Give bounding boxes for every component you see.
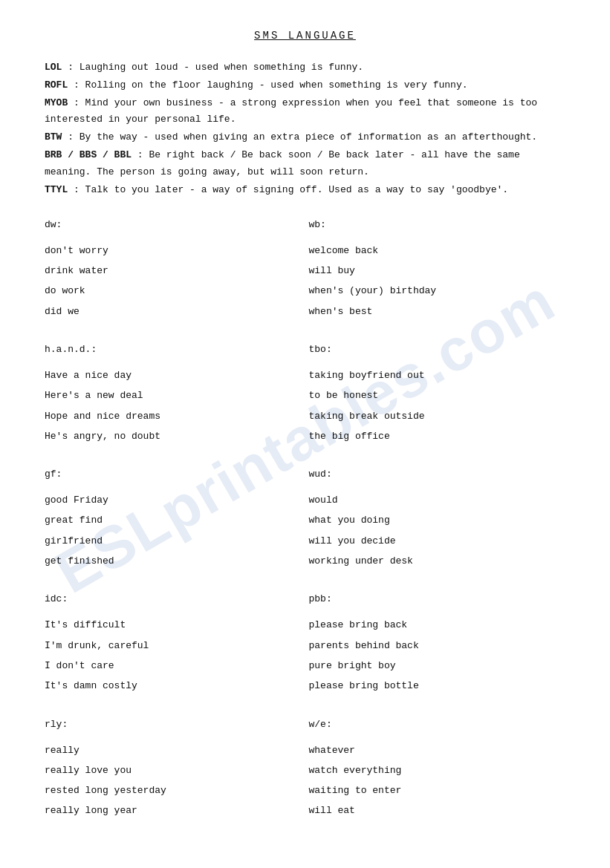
quiz-option-item: when's (your) birthday: [309, 281, 566, 301]
quiz-col-left: gf:good Fridaygreat findgirlfriendget fi…: [45, 469, 302, 571]
quiz-option-item: working under desk: [309, 551, 566, 571]
quiz-option-item: Hope and nice dreams: [45, 406, 302, 426]
quiz-option-item: really long year: [45, 800, 302, 820]
quiz-col-left: idc:It's difficultI'm drunk, carefulI do…: [45, 593, 302, 696]
quiz-abbreviation-label: rly:: [45, 719, 302, 730]
quiz-option-item: what you doing: [309, 510, 566, 530]
quiz-row: rly:reallyreally love yourested long yes…: [45, 719, 565, 821]
quiz-option-item: don't worry: [45, 241, 302, 261]
quiz-abbreviation-label: h.a.n.d.:: [45, 344, 302, 355]
quiz-option-item: great find: [45, 510, 302, 530]
quiz-option-item: will you decide: [309, 531, 566, 551]
quiz-abbreviation-label: tbo:: [309, 344, 566, 355]
quiz-options-list: don't worrydrink waterdo workdid we: [45, 241, 302, 322]
quiz-abbreviation-label: pbb:: [309, 593, 566, 604]
quiz-option-item: will eat: [309, 800, 566, 820]
quiz-option-item: It's difficult: [45, 615, 302, 635]
intro-block: LOL : Laughing out loud - used when some…: [45, 59, 565, 198]
quiz-option-item: taking boyfriend out: [309, 365, 566, 385]
quiz-options-list: reallyreally love yourested long yesterd…: [45, 740, 302, 821]
quiz-option-item: drink water: [45, 261, 302, 281]
quiz-options-list: Have a nice dayHere's a new dealHope and…: [45, 365, 302, 446]
quiz-option-item: pure bright boy: [309, 656, 566, 676]
quiz-option-item: do work: [45, 281, 302, 301]
quiz-option-item: good Friday: [45, 490, 302, 510]
intro-item: TTYL : Talk to you later - a way of sign…: [45, 182, 565, 198]
page-title: SMS LANGUAGE: [45, 30, 565, 42]
quiz-options-list: It's difficultI'm drunk, carefulI don't …: [45, 615, 302, 696]
quiz-option-item: rested long yesterday: [45, 780, 302, 800]
quiz-area: dw:don't worrydrink waterdo workdid wewb…: [45, 219, 565, 821]
quiz-row: idc:It's difficultI'm drunk, carefulI do…: [45, 593, 565, 696]
quiz-options-list: please bring backparents behind backpure…: [309, 615, 566, 696]
quiz-option-item: please bring back: [309, 615, 566, 635]
quiz-col-left: h.a.n.d.:Have a nice dayHere's a new dea…: [45, 344, 302, 446]
quiz-option-item: girlfriend: [45, 531, 302, 551]
quiz-option-item: did we: [45, 301, 302, 322]
quiz-option-item: the big office: [309, 426, 566, 446]
quiz-option-item: would: [309, 490, 566, 510]
quiz-row: gf:good Fridaygreat findgirlfriendget fi…: [45, 469, 565, 571]
quiz-option-item: I don't care: [45, 656, 302, 676]
quiz-option-item: whatever: [309, 740, 566, 760]
quiz-option-item: watch everything: [309, 760, 566, 780]
quiz-option-item: get finished: [45, 551, 302, 571]
quiz-option-item: Have a nice day: [45, 365, 302, 385]
quiz-option-item: welcome back: [309, 241, 566, 261]
quiz-options-list: welcome backwill buywhen's (your) birthd…: [309, 241, 566, 322]
quiz-col-right: wud:wouldwhat you doingwill you decidewo…: [309, 469, 566, 571]
quiz-option-item: It's damn costly: [45, 676, 302, 696]
quiz-col-right: tbo:taking boyfriend outto be honesttaki…: [309, 344, 566, 446]
quiz-row: h.a.n.d.:Have a nice dayHere's a new dea…: [45, 344, 565, 446]
intro-item: MYOB : Mind your own business - a strong…: [45, 95, 565, 128]
intro-item: ROFL : Rolling on the floor laughing - u…: [45, 77, 565, 94]
intro-item: BRB / BBS / BBL : Be right back / Be bac…: [45, 147, 565, 180]
quiz-col-right: w/e:whateverwatch everythingwaiting to e…: [309, 719, 566, 821]
quiz-options-list: wouldwhat you doingwill you decideworkin…: [309, 490, 566, 571]
quiz-option-item: really love you: [45, 760, 302, 780]
intro-item: BTW : By the way - used when giving an e…: [45, 129, 565, 146]
quiz-option-item: He's angry, no doubt: [45, 426, 302, 446]
quiz-options-list: taking boyfriend outto be honesttaking b…: [309, 365, 566, 446]
intro-item: LOL : Laughing out loud - used when some…: [45, 59, 565, 76]
quiz-option-item: to be honest: [309, 385, 566, 405]
quiz-option-item: Here's a new deal: [45, 385, 302, 405]
quiz-abbreviation-label: gf:: [45, 469, 302, 480]
quiz-option-item: really: [45, 740, 302, 760]
quiz-options-list: whateverwatch everythingwaiting to enter…: [309, 740, 566, 821]
quiz-options-list: good Fridaygreat findgirlfriendget finis…: [45, 490, 302, 571]
quiz-abbreviation-label: wb:: [309, 219, 566, 230]
quiz-col-right: pbb:please bring backparents behind back…: [309, 593, 566, 696]
quiz-col-left: rly:reallyreally love yourested long yes…: [45, 719, 302, 821]
quiz-option-item: will buy: [309, 261, 566, 281]
quiz-abbreviation-label: w/e:: [309, 719, 566, 730]
quiz-option-item: please bring bottle: [309, 676, 566, 696]
quiz-abbreviation-label: idc:: [45, 593, 302, 604]
quiz-option-item: when's best: [309, 301, 566, 322]
quiz-row: dw:don't worrydrink waterdo workdid wewb…: [45, 219, 565, 322]
quiz-option-item: waiting to enter: [309, 780, 566, 800]
quiz-option-item: parents behind back: [309, 636, 566, 656]
quiz-col-right: wb:welcome backwill buywhen's (your) bir…: [309, 219, 566, 322]
quiz-col-left: dw:don't worrydrink waterdo workdid we: [45, 219, 302, 322]
quiz-abbreviation-label: dw:: [45, 219, 302, 230]
quiz-abbreviation-label: wud:: [309, 469, 566, 480]
quiz-option-item: taking break outside: [309, 406, 566, 426]
quiz-option-item: I'm drunk, careful: [45, 636, 302, 656]
